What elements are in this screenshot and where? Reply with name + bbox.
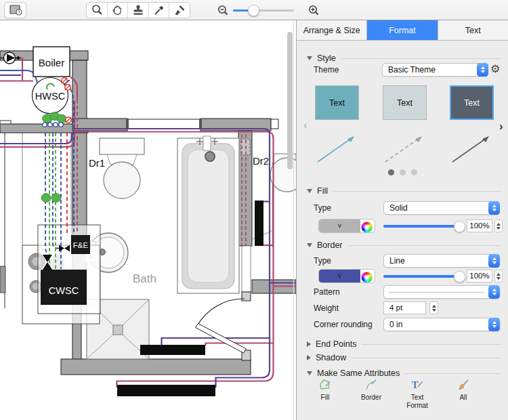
floor-plan: Boiler HWSC — [0, 20, 296, 420]
dropdown-stepper-icon — [488, 254, 500, 268]
theme-next-chevron[interactable]: › — [499, 121, 503, 132]
zoom-slider-thumb[interactable] — [248, 5, 259, 16]
door[interactable] — [196, 299, 247, 353]
border-opacity-stepper[interactable] — [494, 270, 503, 282]
dropdown-stepper-icon — [477, 63, 488, 77]
style-section-header[interactable]: Style — [307, 53, 501, 63]
pattern-dropdown[interactable] — [383, 285, 500, 299]
fill-color-well[interactable]: ˅ — [318, 219, 375, 233]
boiler-label: Boiler — [39, 57, 64, 68]
disclosure-triangle-icon — [307, 56, 312, 60]
partition-wall — [242, 246, 251, 292]
hand-icon — [110, 3, 124, 17]
corner-rounding-value: 0 in — [389, 318, 402, 331]
border-opacity-value[interactable]: 100% — [467, 270, 492, 282]
weight-stepper[interactable] — [429, 301, 438, 314]
zoom-tool-button[interactable] — [87, 3, 108, 18]
tab-arrange-size[interactable]: Arrange & Size — [297, 20, 367, 40]
panel-toggle-button[interactable] — [4, 2, 26, 18]
all-attr-icon — [456, 378, 471, 392]
theme-swatch-1[interactable]: Text — [315, 85, 359, 120]
format-brush-tool-button[interactable] — [169, 3, 190, 18]
tab-format[interactable]: Format — [367, 20, 438, 40]
disclosure-triangle-icon — [307, 355, 311, 360]
drawing-canvas[interactable]: Boiler HWSC — [0, 20, 296, 420]
hand-tool-button[interactable] — [108, 3, 129, 18]
make-same-buttons: Fill Border T Text Format — [308, 378, 504, 409]
theme-value: Basic Theme — [388, 64, 436, 76]
end-points-section-header[interactable]: End Points — [307, 339, 501, 349]
door-stub-top — [242, 292, 251, 301]
slider-thumb[interactable] — [454, 271, 465, 282]
disclosure-triangle-icon — [307, 371, 312, 375]
eyedropper-tool-button[interactable] — [149, 3, 170, 18]
pattern-preview — [389, 292, 484, 293]
make-same-all-button[interactable]: All — [446, 378, 481, 409]
shadow-section-header[interactable]: Shadow — [307, 352, 501, 362]
inspector-panel: Arrange & Size Format Text Style Theme B… — [296, 20, 508, 420]
slider-thumb[interactable] — [454, 221, 465, 232]
fill-type-value: Solid — [389, 202, 408, 214]
make-same-label: Make Same Attributes — [317, 369, 400, 378]
eyedropper-icon — [152, 3, 166, 17]
dropdown-stepper-icon — [488, 285, 500, 299]
fill-opacity-value[interactable]: 100% — [467, 219, 492, 232]
fill-attr-icon — [318, 378, 333, 392]
make-same-section-header[interactable]: Make Same Attributes — [307, 368, 501, 378]
color-wheel-icon[interactable] — [361, 272, 373, 283]
toilet1[interactable] — [100, 138, 144, 198]
tab-text[interactable]: Text — [438, 20, 508, 40]
theme-swatch-2[interactable]: Text — [383, 85, 427, 120]
theme-swatch-3-selected[interactable]: Text — [450, 85, 494, 120]
theme-pager-dots[interactable] — [297, 168, 508, 177]
tool-group — [86, 2, 190, 18]
zoom-controls — [217, 0, 320, 20]
weight-field[interactable]: 4 pt — [383, 301, 426, 314]
bath-drain — [205, 152, 215, 161]
fill-type-dropdown[interactable]: Solid — [383, 201, 500, 215]
border-type-label: Type — [314, 254, 381, 268]
theme-prev-chevron[interactable]: ‹ — [303, 119, 308, 131]
weight-label: Weight — [314, 301, 381, 315]
corner-rounding-dropdown[interactable]: 0 in — [383, 318, 500, 331]
line-style-preview-3[interactable] — [450, 131, 494, 166]
dr1-label: Dr1 — [89, 157, 105, 169]
border-attr-icon — [364, 378, 379, 392]
style-header-label: Style — [317, 54, 336, 63]
theme-dropdown[interactable]: Basic Theme — [382, 63, 488, 77]
cwsc-label: CWSC — [49, 285, 79, 296]
border-color-well[interactable]: ˅ — [318, 269, 375, 283]
disclosure-triangle-icon — [307, 189, 312, 193]
stamp-icon — [131, 3, 145, 17]
end-points-label: End Points — [316, 339, 356, 349]
line-style-preview-1[interactable] — [315, 131, 359, 166]
border-type-dropdown[interactable]: Line — [383, 254, 500, 268]
shadow-label: Shadow — [316, 353, 346, 362]
zoom-in-icon[interactable] — [308, 3, 320, 17]
fe-label: F&E — [73, 241, 89, 249]
make-same-fill-button[interactable]: Fill — [308, 378, 343, 409]
make-same-border-button[interactable]: Border — [354, 378, 389, 409]
app-window: Boiler HWSC — [0, 0, 508, 420]
bath-label: Bath — [133, 272, 156, 285]
dropdown-stepper-icon — [488, 318, 500, 331]
zoom-out-icon[interactable] — [217, 3, 229, 17]
disclosure-triangle-icon — [307, 341, 311, 347]
fill-opacity-stepper[interactable] — [494, 219, 503, 232]
color-wheel-icon[interactable] — [361, 222, 373, 233]
fill-section-header[interactable]: Fill — [307, 186, 501, 196]
make-same-text-format-button[interactable]: T Text Format — [400, 378, 435, 409]
canvas-scrollbar[interactable] — [287, 32, 293, 169]
panel-toggle-icon — [8, 4, 23, 16]
line-style-preview-2[interactable] — [383, 131, 427, 166]
text-format-attr-icon: T — [410, 378, 425, 392]
zoom-slider[interactable] — [233, 5, 294, 16]
border-section-header[interactable]: Border — [307, 240, 501, 250]
border-type-value: Line — [389, 255, 405, 267]
bathtub[interactable] — [177, 136, 239, 293]
gear-icon[interactable]: ⚙ — [490, 62, 500, 75]
border-opacity-slider[interactable] — [383, 270, 461, 282]
stamp-tool-button[interactable] — [128, 3, 149, 18]
fill-header-label: Fill — [317, 186, 328, 196]
fill-opacity-slider[interactable] — [383, 219, 461, 232]
